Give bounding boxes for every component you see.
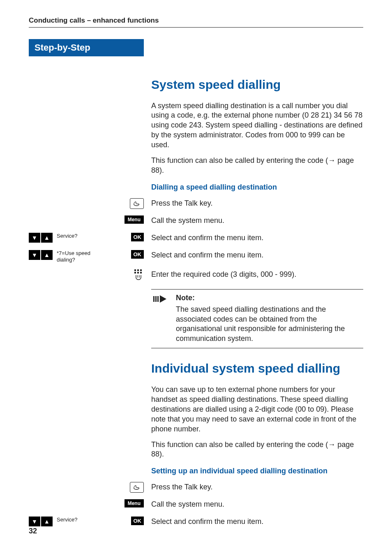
step-text: Select and confirm the menu item. xyxy=(144,517,363,527)
svg-rect-8 xyxy=(157,296,159,302)
heading-system-speed-dialling: System speed dialling xyxy=(151,78,363,92)
step-row: Enter the required code (3 digits, 000 -… xyxy=(29,269,363,281)
menu-softkey[interactable]: Menu xyxy=(125,215,144,224)
paragraph: A system speed dialling destination is a… xyxy=(151,101,363,151)
subheading-dialling-destination: Dialling a speed dialling destination xyxy=(151,183,363,192)
menu-softkey[interactable]: Menu xyxy=(125,499,144,507)
ok-softkey[interactable]: OK xyxy=(131,517,144,525)
svg-rect-4 xyxy=(137,272,139,273)
step-row: Press the Talk key. xyxy=(29,198,363,210)
note-title: Note: xyxy=(176,294,362,302)
step-text: Select and confirm the menu item. xyxy=(144,233,363,243)
note-icon xyxy=(152,294,168,344)
step-text: Call the system menu. xyxy=(144,499,363,510)
svg-rect-7 xyxy=(155,296,157,302)
step-text: Enter the required code (3 digits, 000 -… xyxy=(144,269,363,280)
step-row: ▼ ▲ Service? OK Select and confirm the m… xyxy=(29,233,363,244)
step-row: ▼ ▲ *7=Use speed dialing? OK Select and … xyxy=(29,250,363,264)
down-arrow-key[interactable]: ▼ xyxy=(29,233,40,243)
svg-rect-1 xyxy=(137,269,139,271)
keypad-icon xyxy=(133,269,144,280)
step-text: Select and confirm the menu item. xyxy=(144,250,363,260)
step-text: Press the Talk key. xyxy=(144,198,363,208)
step-by-step-banner: Step-by-Step xyxy=(29,39,144,56)
display-text: Service? xyxy=(55,233,108,239)
up-arrow-key[interactable]: ▲ xyxy=(41,517,53,526)
text-fragment: ). xyxy=(159,450,164,458)
svg-rect-5 xyxy=(140,272,142,273)
arrow-icon: → xyxy=(328,156,337,164)
arrow-icon: → xyxy=(328,440,337,449)
svg-rect-6 xyxy=(153,296,154,302)
svg-rect-2 xyxy=(140,269,142,271)
paragraph: This function can also be called by ente… xyxy=(151,440,363,460)
display-text: Service? xyxy=(55,517,108,523)
running-head: Conducting calls – enhanced functions xyxy=(29,16,363,28)
subheading-setting-up-destination: Setting up an individual speed dialling … xyxy=(151,467,363,475)
svg-rect-0 xyxy=(134,269,136,271)
up-arrow-key[interactable]: ▲ xyxy=(41,250,53,260)
ok-softkey[interactable]: OK xyxy=(131,250,144,259)
down-arrow-key[interactable]: ▼ xyxy=(29,250,40,260)
step-row: Menu Call the system menu. xyxy=(29,499,363,511)
heading-individual-speed-dialling: Individual system speed dialling xyxy=(151,361,363,376)
text-fragment: This function can also be called by ente… xyxy=(151,156,328,164)
display-text: *7=Use speed dialing? xyxy=(55,250,108,264)
paragraph: You can save up to ten external phone nu… xyxy=(151,385,363,434)
page-number: 32 xyxy=(29,527,37,535)
ok-softkey[interactable]: OK xyxy=(131,233,144,241)
svg-rect-3 xyxy=(134,272,136,273)
talk-key-icon xyxy=(130,482,144,493)
step-row: Press the Talk key. xyxy=(29,482,363,493)
text-fragment: This function can also be called by ente… xyxy=(151,440,328,449)
divider xyxy=(151,348,363,348)
step-row: Menu Call the system menu. xyxy=(29,215,363,227)
step-text: Call the system menu. xyxy=(144,215,363,226)
down-arrow-key[interactable]: ▼ xyxy=(29,517,40,526)
text-fragment: ). xyxy=(159,166,164,174)
note-box: Note: The saved speed dialling destinati… xyxy=(151,289,363,349)
step-row: ▼ ▲ Service? OK Select and confirm the m… xyxy=(29,517,363,528)
talk-key-icon xyxy=(130,198,144,209)
step-text: Press the Talk key. xyxy=(144,482,363,492)
up-arrow-key[interactable]: ▲ xyxy=(41,233,53,243)
paragraph: This function can also be called by ente… xyxy=(151,156,363,176)
note-body: The saved speed dialling destinations an… xyxy=(176,305,362,344)
